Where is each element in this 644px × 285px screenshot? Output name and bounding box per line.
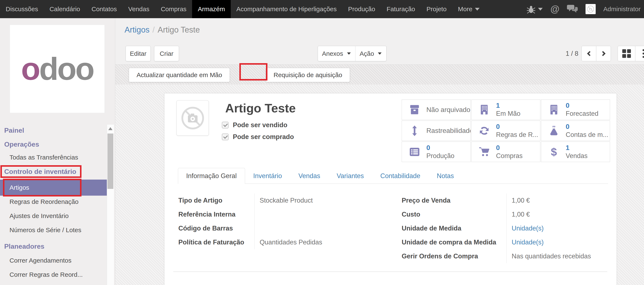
messages-icon[interactable] (567, 4, 578, 14)
arrows-v-icon (409, 125, 420, 136)
tab-notas[interactable]: Notas (428, 168, 462, 184)
sidebar-item-correr-agendamentos[interactable]: Correr Agendamentos (10, 256, 72, 265)
attachments-label: Anexos (322, 50, 343, 57)
logo-letters: doo (39, 51, 93, 87)
procurement-request-button[interactable]: Requisição de aquisição (266, 68, 350, 82)
chevron-right-icon (600, 51, 605, 56)
sidebar-item-label: Artigos (10, 180, 29, 196)
field-value-gerir-ordens: Nas quantidades recebidas (512, 249, 609, 263)
menu-calendario[interactable]: Calendário (44, 0, 86, 18)
stat-label: Contas de m... (566, 131, 608, 139)
tab-vendas[interactable]: Vendas (290, 168, 328, 184)
sidebar-item-correr-regras[interactable]: Correr Regras de Reord... (10, 270, 83, 279)
field-value-referencia-interna (260, 207, 402, 221)
caret-down-icon (378, 52, 382, 55)
breadcrumb-parent-link[interactable]: Artigos (124, 25, 150, 34)
menu-label: Discussões (6, 0, 38, 18)
stat-button-sales[interactable]: $ 1 Vendas (541, 142, 610, 162)
action-dropdown-button[interactable]: Ação (355, 46, 386, 61)
attachments-dropdown-button[interactable]: Anexos (318, 46, 356, 61)
user-menu[interactable]: Administrator (603, 6, 640, 13)
field-value-custo: 1,00 € (512, 207, 609, 221)
sheet-bottom-divider (173, 271, 607, 272)
mentions-icon[interactable]: @ (550, 0, 559, 18)
sidebar-item-regras-reordenacao[interactable]: Regras de Reordenação (10, 197, 78, 206)
breadcrumb: Artigos/Artigo Teste (124, 25, 200, 35)
product-title: Artigo Teste (225, 101, 296, 115)
update-quantity-button[interactable]: Actualizar quantidade em Mão (129, 68, 230, 82)
tab-contabilidade[interactable]: Contabilidade (372, 168, 429, 184)
field-group-left: Tipo de Artigo Referência Interna Código… (178, 193, 402, 249)
stat-label: Compras (496, 152, 523, 160)
tab-informacao-geral-active[interactable]: Informação Geral (178, 168, 245, 184)
menu-armazem-active[interactable]: Armazém (192, 0, 230, 18)
menu-discussoes[interactable]: Discussões (0, 0, 44, 18)
list-view-button[interactable] (635, 46, 644, 61)
building-icon (548, 104, 559, 115)
refresh-icon (479, 125, 490, 136)
can-be-purchased-checkbox[interactable] (222, 134, 228, 140)
pager-counter: 1 / 8 (547, 46, 578, 61)
stat-value: 0 (496, 144, 523, 152)
stat-button-purchases[interactable]: 0 Compras (471, 142, 540, 162)
stat-button-reordering-rules[interactable]: 0 Regras de R... (471, 121, 540, 141)
breadcrumb-current: Artigo Teste (158, 25, 200, 34)
menu-projeto[interactable]: Projeto (421, 0, 452, 18)
sidebar-heading-painel[interactable]: Painel (4, 126, 24, 135)
kanban-view-button[interactable] (618, 46, 635, 61)
stat-label: Forecasted (566, 109, 598, 118)
menu-acompanhamento[interactable]: Acompanhamento de Hiperligações (231, 0, 342, 18)
action-label: Ação (360, 50, 374, 57)
edit-button[interactable]: Editar (126, 46, 151, 61)
field-value-unidade-compra-link[interactable]: Unidade(s) (512, 235, 609, 249)
sidebar: odoo Painel Operações Todas as Transferê… (0, 18, 115, 285)
menu-contatos[interactable]: Contatos (86, 0, 122, 18)
field-label-referencia-interna: Referência Interna (178, 207, 254, 221)
stat-button-on-hand[interactable]: 1 Em Mão (471, 100, 540, 120)
stat-button-stock-moves[interactable]: 0 Contas de m... (541, 121, 610, 141)
field-label-codigo-barras: Código de Barras (178, 221, 254, 235)
menu-producao[interactable]: Produção (342, 0, 381, 18)
field-value-unidade-medida-link[interactable]: Unidade(s) (512, 221, 609, 235)
menu-label: Compras (161, 0, 186, 18)
can-be-sold-checkbox[interactable] (222, 122, 228, 128)
can-be-sold-label: Pode ser vendido (233, 121, 287, 129)
menu-more[interactable]: More (452, 0, 485, 18)
field-label-unidade-medida: Unidade de Medida (402, 221, 506, 235)
scroll-up-arrow-icon[interactable] (108, 127, 112, 130)
create-button[interactable]: Criar (154, 46, 179, 61)
menu-vendas[interactable]: Vendas (123, 0, 155, 18)
main-content: Artigos/Artigo Teste Editar Criar Anexos… (115, 18, 644, 285)
stat-button-traceability[interactable]: Rastreabilidade (402, 121, 471, 141)
debug-menu[interactable] (527, 5, 543, 14)
stat-button-manufacturing[interactable]: 0 Produção (402, 142, 471, 162)
sidebar-item-todas-transferencias[interactable]: Todas as Transferências (10, 153, 78, 162)
sidebar-item-ajustes-inventario[interactable]: Ajustes de Inventário (10, 212, 68, 220)
menu-label: Faturação (386, 0, 415, 18)
can-be-sold-field: Pode ser vendido (222, 120, 287, 130)
main-menu: Discussões Calendário Contatos Vendas Co… (0, 0, 485, 18)
menu-faturacao[interactable]: Faturação (381, 0, 421, 18)
menu-compras[interactable]: Compras (155, 0, 192, 18)
tab-variantes[interactable]: Variantes (328, 168, 372, 184)
sidebar-item-numeros-serie[interactable]: Números de Série / Lotes (10, 226, 81, 234)
pager-next-button[interactable] (596, 46, 611, 61)
field-label-unidade-compra: Unidade de compra da Medida (402, 235, 506, 249)
stat-label: Em Mão (496, 109, 520, 118)
pager-previous-button[interactable] (582, 46, 596, 61)
stat-button-forecasted[interactable]: 0 Forecasted (541, 100, 610, 120)
user-avatar[interactable] (586, 4, 596, 14)
stat-label: Rastreabilidade (426, 127, 470, 135)
sidebar-item-artigos-active[interactable]: Artigos (0, 180, 107, 196)
tab-inventario[interactable]: Inventário (245, 168, 290, 184)
stat-label: Vendas (566, 152, 588, 160)
field-value-tipo-artigo: Stockable Product (260, 193, 402, 207)
menu-label: Acompanhamento de Hiperligações (236, 0, 337, 18)
stat-button-archived[interactable]: Não arquivado (402, 100, 471, 120)
pager-buttons (582, 46, 611, 61)
menu-label: Calendário (50, 0, 80, 18)
field-labels: Tipo de Artigo Referência Interna Código… (178, 193, 254, 249)
sidebar-scrollbar-thumb[interactable] (108, 134, 113, 189)
form-sheet: Artigo Teste Pode ser vendido Pode ser c… (164, 93, 617, 285)
field-label-politica-faturacao: Política de Faturação (178, 235, 254, 249)
